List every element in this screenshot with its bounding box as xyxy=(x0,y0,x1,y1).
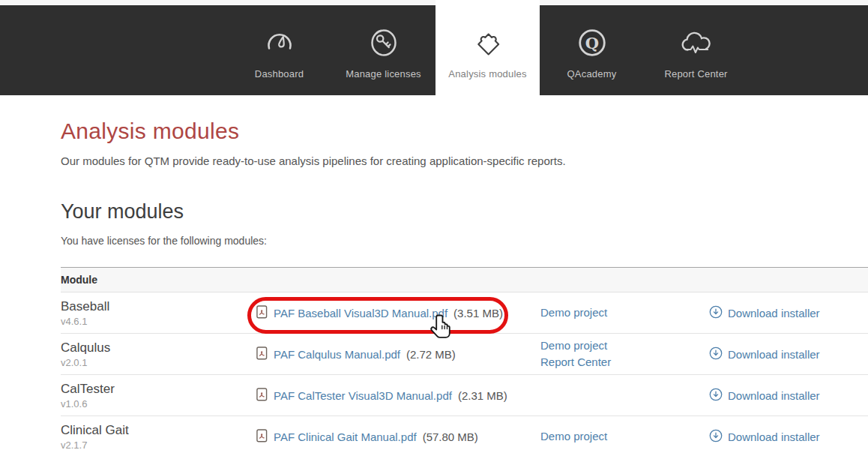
tab-label: Manage licenses xyxy=(346,68,421,80)
module-cell: Baseball v4.6.1 xyxy=(61,298,256,327)
top-navigation: Dashboard Manage licenses Analysis xyxy=(0,0,868,95)
installer-cell: Download installer xyxy=(709,429,868,445)
module-version: v2.1.7 xyxy=(61,440,256,451)
tab-dashboard[interactable]: Dashboard xyxy=(227,0,331,95)
pdf-file-icon xyxy=(256,346,268,362)
manual-link[interactable]: PAF Calqulus Manual.pdf xyxy=(274,348,400,361)
manual-size: (3.51 MB) xyxy=(453,307,503,320)
manual-link[interactable]: PAF CalTester Visual3D Manual.pdf xyxy=(274,389,452,402)
demo-cell: Demo project xyxy=(540,428,709,446)
module-name: CalTester xyxy=(61,381,256,397)
module-name: Clinical Gait xyxy=(61,422,256,438)
download-icon xyxy=(709,429,723,445)
tab-qacademy[interactable]: Q QAcademy xyxy=(540,0,644,95)
download-installer-link[interactable]: Download installer xyxy=(728,430,820,443)
module-cell: Clinical Gait v2.1.7 xyxy=(61,422,256,451)
tab-label: QAcademy xyxy=(567,68,617,80)
manual-cell: PAF Baseball Visual3D Manual.pdf (3.51 M… xyxy=(256,305,540,321)
module-version: v1.0.6 xyxy=(61,398,256,410)
download-icon xyxy=(709,346,723,362)
modules-table: Module Baseball v4.6.1 PAF Baseball Visu… xyxy=(61,267,868,456)
table-row: CalTester v1.0.6 PAF CalTester Visual3D … xyxy=(61,375,868,416)
tab-label: Report Center xyxy=(664,68,727,80)
pdf-file-icon xyxy=(256,388,268,404)
manual-cell: PAF Calqulus Manual.pdf (2.72 MB) xyxy=(256,346,540,362)
demo-project-link[interactable]: Demo project xyxy=(540,304,709,322)
installer-cell: Download installer xyxy=(709,305,868,321)
tab-analysis-modules[interactable]: Analysis modules xyxy=(435,0,540,95)
manual-size: (57.80 MB) xyxy=(423,430,478,443)
download-icon xyxy=(709,305,723,321)
module-cell: CalTester v1.0.6 xyxy=(61,381,256,410)
table-row: Baseball v4.6.1 PAF Baseball Visual3D Ma… xyxy=(61,292,868,334)
page-content: Analysis modules Our modules for QTM pro… xyxy=(0,118,868,456)
module-name: Calqulus xyxy=(61,340,256,356)
nav-tabs: Dashboard Manage licenses Analysis xyxy=(227,0,748,95)
page-intro: Our modules for QTM provide ready-to-use… xyxy=(61,154,868,167)
manual-link[interactable]: PAF Baseball Visual3D Manual.pdf xyxy=(274,307,447,320)
module-cell: Calqulus v2.0.1 xyxy=(61,340,256,368)
page-title: Analysis modules xyxy=(61,118,868,144)
pdf-file-icon xyxy=(256,305,268,321)
manual-size: (2.72 MB) xyxy=(406,348,456,361)
module-name: Baseball xyxy=(61,298,256,314)
tab-report-center[interactable]: Report Center xyxy=(644,0,748,95)
puzzle-icon xyxy=(471,26,504,59)
download-installer-link[interactable]: Download installer xyxy=(728,307,820,320)
your-modules-heading: Your modules xyxy=(61,200,868,224)
tab-manage-licenses[interactable]: Manage licenses xyxy=(331,0,435,95)
tab-label: Dashboard xyxy=(255,68,304,80)
report-center-link[interactable]: Report Center xyxy=(540,354,709,371)
download-installer-link[interactable]: Download installer xyxy=(728,389,820,402)
manual-cell: PAF Clinical Gait Manual.pdf (57.80 MB) xyxy=(256,429,540,445)
installer-cell: Download installer xyxy=(709,388,868,404)
download-installer-link[interactable]: Download installer xyxy=(728,348,820,361)
installer-cell: Download installer xyxy=(709,346,868,362)
table-row: Clinical Gait v2.1.7 PAF Clinical Gait M… xyxy=(61,416,868,456)
download-icon xyxy=(709,388,723,404)
q-badge-icon: Q xyxy=(577,26,607,59)
manual-cell: PAF CalTester Visual3D Manual.pdf (2.31 … xyxy=(256,388,540,404)
cloud-waveform-icon xyxy=(679,26,714,59)
gauge-icon xyxy=(265,26,295,59)
table-header-module: Module xyxy=(61,268,868,292)
table-row: Calqulus v2.0.1 PAF Calqulus Manual.pdf … xyxy=(61,334,868,375)
demo-cell: Demo project Report Center xyxy=(540,338,709,371)
demo-project-link[interactable]: Demo project xyxy=(540,338,709,355)
svg-text:Q: Q xyxy=(585,34,598,52)
tab-label: Analysis modules xyxy=(448,68,526,80)
manual-size: (2.31 MB) xyxy=(458,389,507,402)
key-icon xyxy=(369,26,399,59)
manual-link[interactable]: PAF Clinical Gait Manual.pdf xyxy=(274,430,417,443)
pdf-file-icon xyxy=(256,429,268,445)
demo-cell: Demo project xyxy=(540,304,709,322)
your-modules-intro: You have licenses for the following modu… xyxy=(61,235,868,247)
module-version: v4.6.1 xyxy=(61,316,256,327)
module-version: v2.0.1 xyxy=(61,357,256,368)
demo-project-link[interactable]: Demo project xyxy=(540,428,709,446)
